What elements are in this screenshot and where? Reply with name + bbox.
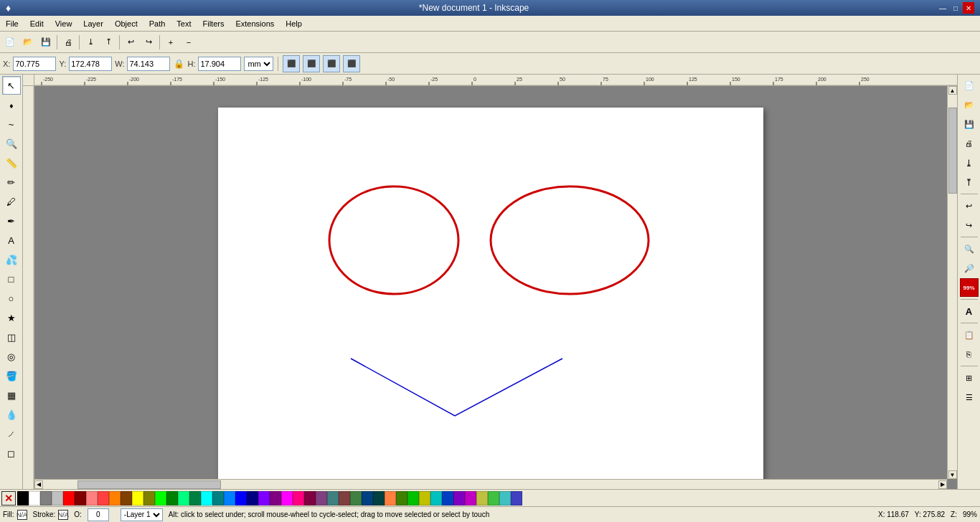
palette-color[interactable]: [258, 491, 270, 506]
palette-color[interactable]: [293, 491, 304, 506]
palette-color[interactable]: [75, 491, 86, 506]
horizontal-scrollbar[interactable]: ◀ ▶: [34, 479, 947, 489]
tool-spiral[interactable]: ◎: [2, 347, 21, 366]
palette-color[interactable]: [396, 491, 407, 506]
mouth-path[interactable]: [351, 359, 562, 416]
rt-undo-button[interactable]: ↩: [960, 196, 979, 215]
tool-measure[interactable]: 📏: [2, 153, 21, 172]
tool-rectangle[interactable]: □: [2, 270, 21, 288]
palette-color[interactable]: [304, 491, 316, 506]
palette-color[interactable]: [109, 491, 121, 506]
palette-color[interactable]: [132, 491, 143, 506]
right-ellipse[interactable]: [491, 186, 649, 294]
palette-color[interactable]: [86, 491, 98, 506]
rt-open-button[interactable]: 📂: [960, 95, 979, 114]
palette-color[interactable]: [385, 491, 396, 506]
palette-color[interactable]: [465, 491, 476, 506]
palette-color[interactable]: [166, 491, 178, 506]
align-left-button[interactable]: ⬛: [283, 55, 300, 72]
rt-export-button[interactable]: ⤒: [960, 173, 979, 191]
scroll-down-button[interactable]: ▼: [948, 470, 957, 479]
rt-paste-button[interactable]: 📋: [960, 326, 979, 344]
scroll-up-button[interactable]: ▲: [948, 86, 957, 95]
menu-item-layer[interactable]: Layer: [77, 16, 109, 32]
palette-color[interactable]: [453, 491, 465, 506]
export-button[interactable]: ⤒: [100, 34, 117, 51]
tool-paint[interactable]: 🪣: [2, 366, 21, 385]
tool-select[interactable]: ↖: [2, 76, 21, 95]
palette-color[interactable]: [488, 491, 499, 506]
palette-color[interactable]: [350, 491, 362, 506]
lock-proportions-button[interactable]: 🔒: [173, 58, 184, 70]
vertical-scroll-thumb[interactable]: [948, 108, 957, 194]
tool-spray[interactable]: 💦: [2, 250, 21, 269]
w-input[interactable]: [127, 57, 170, 71]
tool-eraser[interactable]: ◻: [2, 444, 21, 462]
palette-color[interactable]: [52, 491, 63, 506]
tool-circle[interactable]: ○: [2, 289, 21, 308]
h-input[interactable]: [198, 57, 241, 71]
palette-color[interactable]: [247, 491, 258, 506]
tool-text[interactable]: A: [2, 231, 21, 250]
tool-node[interactable]: ⬧: [2, 95, 21, 114]
palette-color[interactable]: [362, 491, 373, 506]
menu-item-extensions[interactable]: Extensions: [230, 16, 280, 32]
import-button[interactable]: ⤓: [82, 34, 99, 51]
menu-item-help[interactable]: Help: [280, 16, 308, 32]
tool-3d[interactable]: ◫: [2, 328, 21, 346]
canvas-container[interactable]: -250-225-200-175-150-125-100-75-50-25025…: [23, 75, 957, 489]
tool-pen[interactable]: 🖊: [2, 192, 21, 211]
tool-pencil[interactable]: ✏: [2, 173, 21, 191]
palette-color[interactable]: [189, 491, 201, 506]
palette-color[interactable]: [442, 491, 453, 506]
zoom-out-button[interactable]: −: [180, 34, 197, 51]
open-button[interactable]: 📂: [19, 34, 37, 51]
zoom-in-button[interactable]: +: [162, 34, 179, 51]
palette-color[interactable]: [419, 491, 430, 506]
rt-lines-button[interactable]: ☰: [960, 388, 979, 407]
palette-color[interactable]: [40, 491, 52, 506]
tool-zoom[interactable]: 🔍: [2, 134, 21, 153]
rt-copy-button[interactable]: ⎘: [960, 345, 979, 364]
palette-color[interactable]: [121, 491, 132, 506]
rt-new-button[interactable]: 📄: [960, 76, 979, 95]
undo-button[interactable]: ↩: [122, 34, 139, 51]
palette-color[interactable]: [17, 491, 29, 506]
no-fill-button[interactable]: ✕: [1, 491, 16, 506]
palette-color[interactable]: [430, 491, 442, 506]
align-center-h-button[interactable]: ⬛: [303, 55, 320, 72]
menu-item-text[interactable]: Text: [171, 16, 197, 32]
rt-text-button[interactable]: A: [960, 302, 979, 321]
rt-special-button[interactable]: 99%: [960, 278, 979, 297]
palette-color[interactable]: [178, 491, 189, 506]
rt-redo-button[interactable]: ↪: [960, 216, 979, 234]
align-right-button[interactable]: ⬛: [323, 55, 340, 72]
vertical-scrollbar[interactable]: ▲ ▼: [947, 86, 957, 479]
rt-import-button[interactable]: ⤓: [960, 153, 979, 172]
align-top-button[interactable]: ⬛: [343, 55, 360, 72]
palette-color[interactable]: [224, 491, 235, 506]
tool-gradient[interactable]: ▦: [2, 386, 21, 404]
rt-save-button[interactable]: 💾: [960, 115, 979, 133]
menu-item-edit[interactable]: Edit: [24, 16, 50, 32]
left-ellipse[interactable]: [329, 186, 458, 294]
units-select[interactable]: mmpxcmin: [244, 57, 273, 71]
rt-print-button[interactable]: 🖨: [960, 134, 979, 153]
menu-item-view[interactable]: View: [50, 16, 78, 32]
palette-color[interactable]: [511, 491, 522, 506]
horizontal-scroll-thumb[interactable]: [77, 480, 221, 489]
menu-item-path[interactable]: Path: [143, 16, 171, 32]
palette-color[interactable]: [373, 491, 385, 506]
palette-color[interactable]: [327, 491, 339, 506]
drawing-area[interactable]: [218, 108, 763, 479]
palette-color[interactable]: [499, 491, 511, 506]
palette-color[interactable]: [63, 491, 75, 506]
tool-star[interactable]: ★: [2, 308, 21, 327]
palette-color[interactable]: [29, 491, 40, 506]
tool-tweak[interactable]: ~: [2, 115, 21, 133]
rt-zoom-out-button[interactable]: 🔎: [960, 259, 979, 277]
redo-button[interactable]: ↪: [140, 34, 157, 51]
palette-color[interactable]: [339, 491, 350, 506]
scroll-right-button[interactable]: ▶: [938, 480, 947, 489]
tool-connector[interactable]: ⟋: [2, 424, 21, 443]
